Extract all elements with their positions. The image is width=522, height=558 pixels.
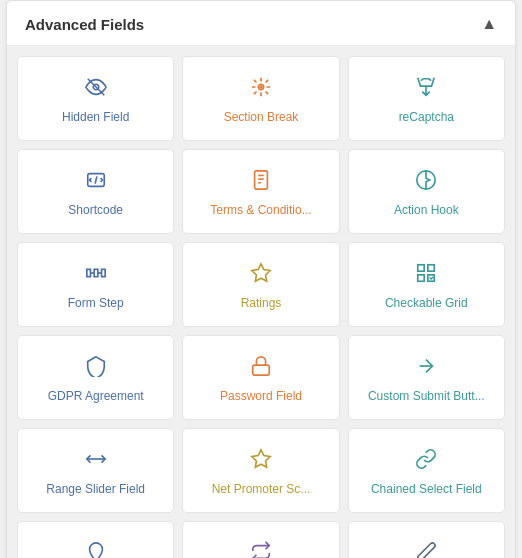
svg-rect-11	[94, 269, 98, 276]
signature-icon	[415, 541, 437, 558]
password-field-label: Password Field	[220, 389, 302, 405]
svg-marker-23	[252, 450, 270, 467]
field-card-color-picker[interactable]: Color Picker Field	[17, 521, 174, 558]
field-card-recaptcha[interactable]: reCaptcha	[348, 56, 505, 141]
shortcode-label: Shortcode	[68, 203, 123, 219]
collapse-icon[interactable]: ▲	[481, 15, 497, 33]
checkable-grid-label: Checkable Grid	[385, 296, 468, 312]
advanced-fields-panel: Advanced Fields ▲ Hidden FieldSection Br…	[6, 0, 516, 558]
gdpr-agreement-label: GDPR Agreement	[48, 389, 144, 405]
svg-marker-15	[252, 264, 270, 281]
ratings-icon	[250, 262, 272, 288]
field-card-custom-submit[interactable]: Custom Submit Butt...	[348, 335, 505, 420]
svg-rect-17	[428, 264, 434, 270]
chained-select-icon	[415, 448, 437, 474]
range-slider-label: Range Slider Field	[46, 482, 145, 498]
form-step-label: Form Step	[68, 296, 124, 312]
svg-rect-5	[255, 171, 268, 189]
field-card-net-promoter[interactable]: Net Promoter Sc...	[182, 428, 339, 513]
field-card-password-field[interactable]: Password Field	[182, 335, 339, 420]
field-card-action-hook[interactable]: Action Hook	[348, 149, 505, 234]
svg-point-3	[260, 86, 262, 88]
field-card-signature[interactable]: Signature	[348, 521, 505, 558]
field-card-chained-select[interactable]: Chained Select Field	[348, 428, 505, 513]
field-card-shortcode[interactable]: Shortcode	[17, 149, 174, 234]
ratings-label: Ratings	[241, 296, 282, 312]
section-break-icon	[250, 76, 272, 102]
terms-conditions-icon	[250, 169, 272, 195]
hidden-field-label: Hidden Field	[62, 110, 129, 126]
svg-rect-20	[253, 365, 270, 375]
field-card-range-slider[interactable]: Range Slider Field	[17, 428, 174, 513]
field-card-terms-conditions[interactable]: Terms & Conditio...	[182, 149, 339, 234]
field-card-ratings[interactable]: Ratings	[182, 242, 339, 327]
custom-submit-icon	[415, 355, 437, 381]
svg-rect-12	[101, 269, 105, 276]
recaptcha-label: reCaptcha	[399, 110, 454, 126]
gdpr-agreement-icon	[85, 355, 107, 381]
form-step-icon	[85, 262, 107, 288]
terms-conditions-label: Terms & Conditio...	[210, 203, 311, 219]
net-promoter-label: Net Promoter Sc...	[212, 482, 311, 498]
section-break-label: Section Break	[224, 110, 299, 126]
net-promoter-icon	[250, 448, 272, 474]
field-card-section-break[interactable]: Section Break	[182, 56, 339, 141]
password-field-icon	[250, 355, 272, 381]
panel-title: Advanced Fields	[25, 16, 144, 33]
recaptcha-icon	[415, 76, 437, 102]
hidden-field-icon	[85, 76, 107, 102]
field-card-hidden-field[interactable]: Hidden Field	[17, 56, 174, 141]
svg-rect-10	[86, 269, 90, 276]
color-picker-icon	[85, 541, 107, 558]
repeat-field-icon	[250, 541, 272, 558]
field-card-gdpr-agreement[interactable]: GDPR Agreement	[17, 335, 174, 420]
field-card-repeat-field[interactable]: Repeat Field	[182, 521, 339, 558]
action-hook-label: Action Hook	[394, 203, 459, 219]
fields-grid: Hidden FieldSection BreakreCaptchaShortc…	[7, 46, 515, 558]
chained-select-label: Chained Select Field	[371, 482, 482, 498]
action-hook-icon	[415, 169, 437, 195]
field-card-form-step[interactable]: Form Step	[17, 242, 174, 327]
checkable-grid-icon	[415, 262, 437, 288]
field-card-checkable-grid[interactable]: Checkable Grid	[348, 242, 505, 327]
range-slider-icon	[85, 448, 107, 474]
panel-header: Advanced Fields ▲	[7, 1, 515, 46]
shortcode-icon	[85, 169, 107, 195]
svg-rect-16	[418, 264, 424, 270]
svg-rect-18	[418, 275, 424, 281]
custom-submit-label: Custom Submit Butt...	[368, 389, 485, 405]
